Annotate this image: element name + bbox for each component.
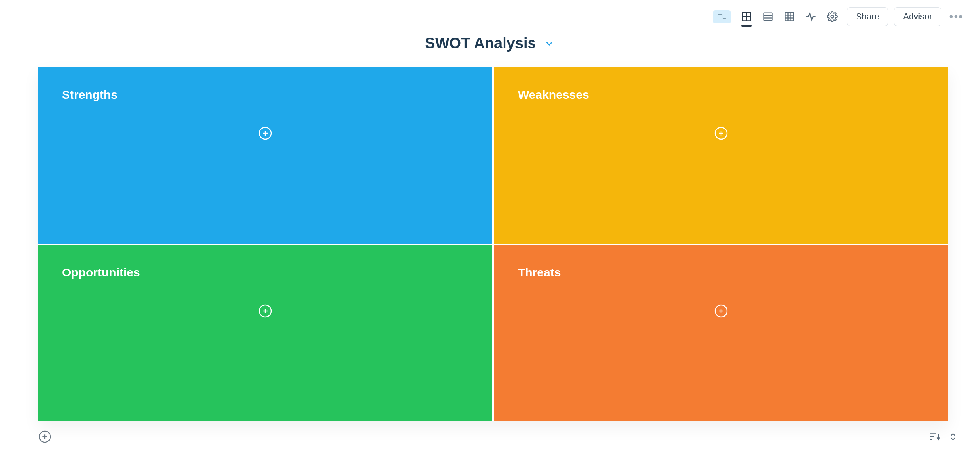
svg-rect-3 <box>764 13 772 21</box>
quadrant-opportunities[interactable]: Opportunities <box>38 245 492 421</box>
top-toolbar: TL <box>713 7 966 26</box>
user-avatar-chip[interactable]: TL <box>713 10 731 23</box>
sort-icon[interactable] <box>928 431 940 443</box>
svg-point-11 <box>831 15 833 18</box>
svg-rect-6 <box>785 13 793 21</box>
quadrant-threats[interactable]: Threats <box>494 245 948 421</box>
grid-2x2-view-icon[interactable] <box>741 11 752 23</box>
list-view-icon[interactable] <box>762 11 774 23</box>
quadrant-weaknesses[interactable]: Weaknesses <box>494 67 948 244</box>
quadrant-title: Threats <box>518 266 924 279</box>
expand-collapse-icon[interactable] <box>948 431 960 443</box>
quadrant-title: Strengths <box>62 88 469 102</box>
share-button[interactable]: Share <box>847 7 889 26</box>
page-title: SWOT Analysis <box>425 35 536 52</box>
add-item-weaknesses-icon[interactable] <box>714 126 728 140</box>
table-view-icon[interactable] <box>783 11 795 23</box>
add-item-threats-icon[interactable] <box>714 304 728 318</box>
quadrant-title: Opportunities <box>62 266 469 279</box>
quadrant-strengths[interactable]: Strengths <box>38 67 492 244</box>
title-dropdown-chevron-icon[interactable] <box>544 38 555 49</box>
add-section-icon[interactable] <box>38 430 52 443</box>
add-item-strengths-icon[interactable] <box>258 126 272 140</box>
more-menu-icon[interactable]: ••• <box>947 10 966 23</box>
settings-gear-icon[interactable] <box>826 11 838 23</box>
activity-icon[interactable] <box>805 11 817 23</box>
quadrant-title: Weaknesses <box>518 88 924 102</box>
page-title-row: SWOT Analysis <box>0 35 980 52</box>
view-mode-group <box>741 11 838 23</box>
bottom-toolbar <box>38 430 960 443</box>
swot-board: Strengths Weaknesses Opportunities <box>38 67 948 421</box>
add-item-opportunities-icon[interactable] <box>258 304 272 318</box>
advisor-button[interactable]: Advisor <box>894 7 941 26</box>
